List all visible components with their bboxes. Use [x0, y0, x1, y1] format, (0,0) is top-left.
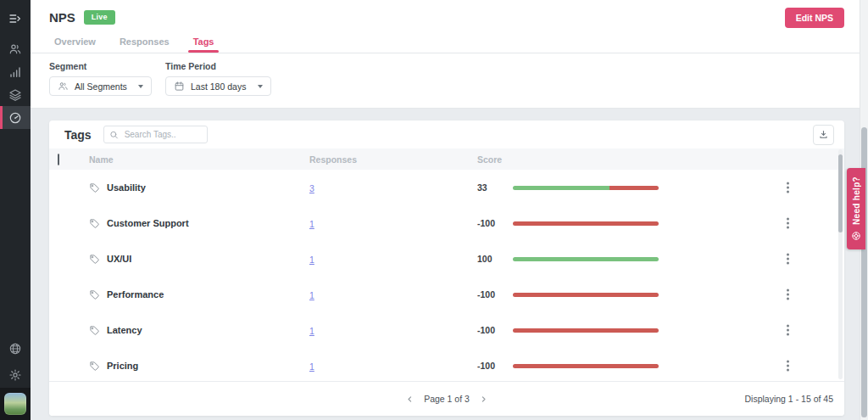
search-icon: [109, 130, 119, 139]
score-value: -100: [477, 325, 513, 335]
sidebar-nav: [0, 37, 31, 129]
help-buoy-icon: [851, 231, 861, 241]
table-row: Pricing 1 -100: [49, 348, 844, 381]
time-period-dropdown[interactable]: Last 180 days: [165, 76, 271, 96]
tag-name: Usability: [107, 182, 146, 193]
table-scrollbar-thumb[interactable]: [838, 154, 843, 232]
responses-link[interactable]: 1: [309, 361, 314, 372]
row-menu-button[interactable]: [783, 322, 793, 339]
page-title: NPS: [49, 10, 75, 25]
tag-name: Performance: [107, 289, 164, 300]
need-help-tab[interactable]: Need help?: [847, 168, 865, 249]
user-avatar[interactable]: [4, 393, 26, 415]
score-bar: [513, 186, 670, 190]
tags-card: Tags Name Responses Score: [49, 120, 844, 416]
row-menu-button[interactable]: [783, 286, 793, 304]
table-row: Usability 3 33: [49, 170, 844, 205]
download-button[interactable]: [813, 125, 834, 145]
detractors-bar-segment: [513, 221, 659, 226]
table-row: Latency 1 -100: [49, 312, 844, 348]
sidebar-bottom: [0, 335, 31, 388]
time-period-filter: Time Period Last 180 days: [165, 61, 271, 96]
status-badge: Live: [84, 10, 115, 25]
tag-name: Customer Support: [107, 218, 189, 228]
next-page-button[interactable]: [478, 394, 489, 405]
time-period-value: Last 180 days: [191, 81, 246, 92]
responses-link[interactable]: 1: [309, 219, 314, 229]
score-value: -100: [477, 361, 513, 371]
displaying-count: Displaying 1 - 15 of 45: [745, 394, 833, 404]
score-value: -100: [477, 218, 513, 228]
page-indicator: Page 1 of 3: [424, 394, 470, 404]
tab-tags[interactable]: Tags: [192, 33, 216, 53]
chevron-down-icon: [138, 85, 143, 88]
edit-nps-button[interactable]: Edit NPS: [785, 8, 844, 28]
sidebar-spacer: [0, 129, 31, 335]
title-row: NPS Live Edit NPS: [31, 0, 860, 31]
score-bar: [513, 257, 670, 261]
segment-dropdown[interactable]: All Segments: [49, 76, 152, 96]
responses-link[interactable]: 1: [309, 255, 314, 265]
users-icon: [58, 81, 69, 92]
row-menu-button[interactable]: [783, 357, 793, 375]
table-header: Name Responses Score: [49, 148, 844, 170]
need-help-label: Need help?: [852, 176, 861, 225]
tag-name: UX/UI: [107, 254, 131, 264]
search-input[interactable]: [103, 126, 208, 143]
tag-icon: [89, 325, 100, 336]
table-row: Customer Support 1 -100: [49, 205, 844, 241]
tag-name-cell: Latency: [83, 325, 309, 336]
tag-name-cell: Performance: [83, 289, 309, 300]
download-icon: [818, 129, 829, 140]
bar-chart-icon[interactable]: [0, 60, 31, 83]
row-menu-button[interactable]: [783, 179, 793, 197]
score-bar: [513, 221, 670, 226]
tag-icon: [89, 361, 100, 372]
score-bar: [513, 328, 670, 333]
segment-label: Segment: [49, 61, 152, 71]
score-value: 100: [477, 254, 513, 264]
segment-value: All Segments: [75, 81, 127, 92]
row-menu-button[interactable]: [783, 250, 793, 268]
column-header-responses: Responses: [309, 154, 477, 165]
detractors-bar-segment: [513, 293, 659, 297]
detractors-bar-segment: [513, 328, 659, 333]
topbar: NPS Live Edit NPS OverviewResponsesTags: [31, 0, 860, 53]
responses-link[interactable]: 1: [309, 290, 314, 300]
table-body: Usability 3 33 Customer Support 1 -100: [49, 170, 844, 381]
card-title: Tags: [64, 128, 92, 142]
tab-overview[interactable]: Overview: [53, 33, 97, 53]
responses-link[interactable]: 1: [309, 326, 314, 336]
layers-icon[interactable]: [0, 83, 31, 106]
page-body: Tags Name Responses Score: [31, 109, 860, 416]
row-menu-button[interactable]: [783, 215, 793, 232]
tabs-nav: OverviewResponsesTags: [31, 31, 860, 53]
calendar-icon: [174, 81, 185, 92]
score-bar: [513, 364, 670, 368]
pagination-bar: Page 1 of 3 Displaying 1 - 15 of 45: [49, 381, 844, 416]
prev-page-button[interactable]: [404, 394, 415, 405]
score-value: 33: [477, 182, 513, 193]
select-all-checkbox[interactable]: [58, 154, 59, 165]
tab-responses[interactable]: Responses: [118, 33, 171, 53]
globe-icon[interactable]: [0, 335, 31, 361]
column-header-name: Name: [83, 154, 309, 165]
tag-icon: [89, 218, 100, 229]
segment-filter: Segment All Segments: [49, 61, 152, 96]
table-row: UX/UI 1 100: [49, 241, 844, 277]
tag-icon: [89, 182, 100, 193]
responses-link[interactable]: 3: [309, 183, 314, 193]
settings-icon[interactable]: [0, 361, 31, 388]
time-period-label: Time Period: [165, 61, 271, 71]
card-header: Tags: [49, 120, 844, 148]
main-content: NPS Live Edit NPS OverviewResponsesTags …: [31, 0, 860, 420]
users-icon[interactable]: [0, 37, 31, 60]
sidebar: [0, 0, 31, 420]
score-bar: [513, 293, 670, 297]
menu-toggle-icon[interactable]: [0, 0, 31, 37]
gauge-icon[interactable]: [0, 106, 31, 129]
table-row: Performance 1 -100: [49, 277, 844, 312]
filter-bar: Segment All Segments Time Period Last 18…: [31, 53, 860, 109]
detractors-bar-segment: [513, 364, 659, 368]
tag-icon: [89, 289, 100, 300]
